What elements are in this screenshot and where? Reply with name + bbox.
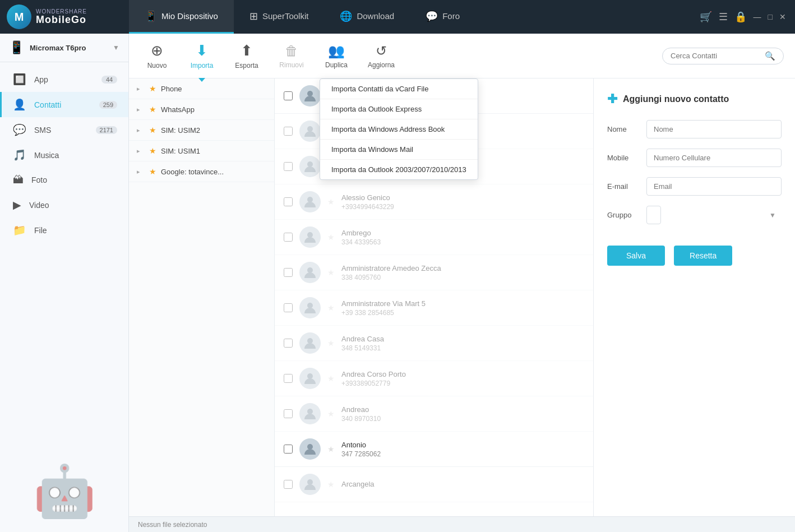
group-item-google[interactable]: ▸ ★ Google: totavince... [129,161,274,182]
sidebar-item-sms[interactable]: 💬 SMS 2171 [0,117,128,142]
toolbar: ⊕ Nuovo ⬇ Importa ⬆ Esporta 🗑 Rimuovi 👥 … [129,34,795,78]
duplica-label: Duplica [325,61,348,69]
label-email: E-mail [607,182,646,191]
group-name-usim2: SIM: USIM2 [161,126,266,135]
input-nome[interactable] [646,120,782,138]
dropdown-item-outlook-2003[interactable]: Importa da Outlook 2003/2007/2010/2013 [320,160,478,179]
group-item-sim-usim2[interactable]: ▸ ★ SIM: USIM2 [129,120,274,141]
sidebar-item-video[interactable]: ▶ Video [0,192,128,218]
group-item-sim-usim1[interactable]: ▸ ★ SIM: USIM1 [129,141,274,161]
tool-duplica[interactable]: 👥 Duplica [320,43,353,69]
svg-point-3 [307,197,313,202]
input-mobile[interactable] [646,149,782,167]
select-gruppo[interactable] [646,206,661,224]
dropdown-item-vcard[interactable]: Importa Contatti da vCard File [320,79,478,99]
contact-row[interactable]: ★ Alessio Genico +3934994643229 [275,184,593,220]
contact-info: Antonio 347 7285062 [341,441,584,458]
contact-avatar [299,403,321,424]
contact-checkbox[interactable] [284,197,293,206]
contact-checkbox[interactable] [284,268,293,277]
contact-star-icon[interactable]: ★ [327,197,335,206]
dropdown-item-windows-address[interactable]: Importa da Windows Address Book [320,119,478,140]
group-name-phone: Phone [161,85,266,93]
nav-icon-dispositivo: 📱 [145,10,157,22]
sidebar-item-contatti[interactable]: 👤 Contatti 259 [0,92,128,117]
contact-row[interactable]: ★ Andrea Corso Porto +393389052779 [275,361,593,396]
expand-icon-whatsapp: ▸ [137,106,145,113]
nuovo-label: Nuovo [147,62,167,70]
contact-star-icon[interactable]: ★ [327,374,335,383]
contact-phone: +393389052779 [341,380,584,387]
contact-checkbox[interactable] [284,374,293,383]
sidebar-item-foto[interactable]: 🏔 Foto [0,168,128,192]
device-header[interactable]: 📱 Micromax T6pro ▼ [0,34,128,62]
sidebar-bottom: 🤖 [0,451,128,532]
sidebar-item-file[interactable]: 📁 File [0,218,128,243]
form-row-nome: Nome [607,120,782,138]
android-ghost-icon: 🤖 [33,462,96,521]
contact-star-icon[interactable]: ★ [327,268,335,277]
contact-info: Amministratore Via Mart 5 +39 338 285468… [341,299,584,317]
contact-row[interactable]: ★ Arcangela [275,467,593,502]
expand-icon-phone: ▸ [137,85,145,92]
svg-point-6 [307,303,313,308]
app-icon: 🔲 [13,73,26,86]
tool-importa[interactable]: ⬇ Importa [185,42,219,70]
nav-icon-supertoolkit: ⊞ [249,10,258,22]
dropdown-item-windows-mail[interactable]: Importa da Windows Mail [320,140,478,160]
close-icon[interactable]: ✕ [779,12,786,21]
contact-checkbox[interactable] [284,303,293,312]
contact-row[interactable]: ★ Amministratore Amedeo Zecca 338 409576… [275,255,593,290]
contact-row[interactable]: ★ Andrea Casa 348 5149331 [275,326,593,361]
contact-avatar [299,85,321,107]
sidebar-menu: 🔲 App 44 👤 Contatti 259 💬 SMS 2171 🎵 Mus… [0,62,128,451]
tool-esporta[interactable]: ⬆ Esporta [230,42,264,70]
contact-checkbox[interactable] [284,409,293,418]
tool-aggiorna[interactable]: ↺ Aggiorna [364,43,398,69]
main-nav: 📱 Mio Dispositivo ⊞ SuperToolkit 🌐 Downl… [129,0,475,34]
contact-row[interactable]: ★ Amministratore Via Mart 5 +39 338 2854… [275,290,593,326]
esporta-label: Esporta [235,62,258,70]
search-bar[interactable]: 🔍 [662,48,784,64]
search-input[interactable] [671,52,760,60]
contact-star-icon[interactable]: ★ [327,480,335,489]
input-email[interactable] [646,177,782,196]
contact-checkbox[interactable] [284,91,293,100]
svg-point-9 [307,409,313,414]
add-contact-icon: ✚ [607,92,617,107]
contact-star-icon[interactable]: ★ [327,233,335,242]
contact-checkbox[interactable] [284,233,293,242]
contact-checkbox[interactable] [284,162,293,171]
contact-checkbox[interactable] [284,445,293,454]
device-icon: 📱 [9,40,24,55]
minimize-icon[interactable]: — [754,12,761,21]
contact-checkbox[interactable] [284,127,293,136]
tool-nuovo[interactable]: ⊕ Nuovo [140,42,174,70]
dropdown-item-outlook-express[interactable]: Importa da Outlook Express [320,99,478,119]
sidebar-item-app[interactable]: 🔲 App 44 [0,67,128,92]
contact-star-icon[interactable]: ★ [327,409,335,418]
menu-icon[interactable]: ☰ [719,11,728,23]
lock-icon[interactable]: 🔒 [734,11,747,23]
tool-rimuovi[interactable]: 🗑 Rimuovi [275,43,308,69]
importa-arrow [198,78,205,82]
cart-icon[interactable]: 🛒 [700,11,712,23]
contact-row[interactable]: ★ Antonio 347 7285062 [275,432,593,467]
contact-star-icon[interactable]: ★ [327,339,335,348]
contact-name: Andrea Corso Porto [341,370,584,378]
maximize-icon[interactable]: □ [768,12,773,21]
nav-tab-mio-dispositivo[interactable]: 📱 Mio Dispositivo [129,0,234,34]
nav-tab-download[interactable]: 🌐 Download [324,0,410,34]
contact-row[interactable]: ★ Andreao 340 8970310 [275,396,593,432]
sidebar-item-musica[interactable]: 🎵 Musica [0,142,128,168]
group-item-whatsapp[interactable]: ▸ ★ WhatsApp [129,99,274,120]
reset-button[interactable]: Resetta [674,246,732,266]
contact-checkbox[interactable] [284,339,293,348]
save-button[interactable]: Salva [607,246,665,266]
contact-star-icon[interactable]: ★ [327,303,335,312]
nav-tab-supertoolkit[interactable]: ⊞ SuperToolkit [234,0,325,34]
nav-tab-foro[interactable]: 💬 Foro [410,0,475,34]
contact-row[interactable]: ★ Ambrego 334 4339563 [275,220,593,255]
contact-checkbox[interactable] [284,480,293,489]
contact-star-icon[interactable]: ★ [327,445,335,454]
